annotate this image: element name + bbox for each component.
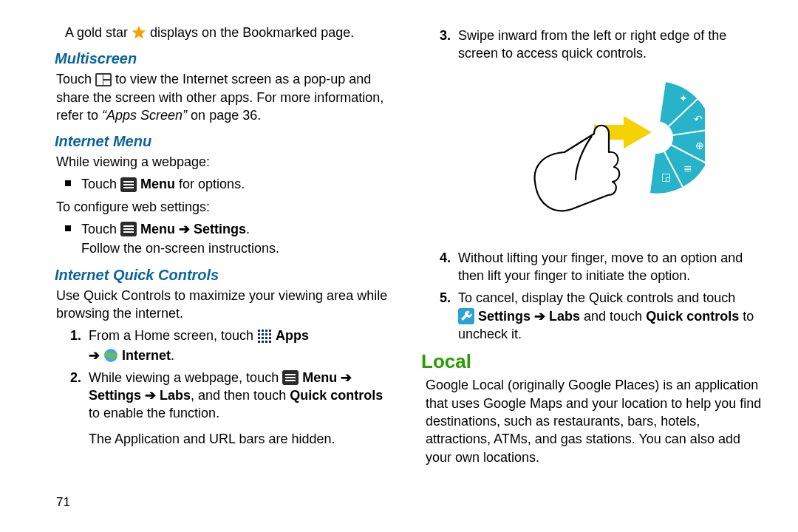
labs-label: ➔ Labs: [145, 388, 191, 403]
svg-rect-31: [285, 374, 296, 375]
step-body: Without lifting your finger, move to an …: [458, 249, 763, 285]
svg-rect-3: [103, 75, 110, 79]
step-number: 5.: [434, 289, 451, 343]
svg-rect-25: [258, 341, 260, 343]
bullet-body: Touch Menu for options.: [81, 175, 245, 193]
svg-rect-32: [285, 377, 296, 378]
step-body: While viewing a webpage, touch Menu ➔ Se…: [89, 369, 393, 448]
text: to enable the function.: [89, 406, 219, 420]
menu-icon: [282, 370, 299, 385]
svg-rect-13: [258, 330, 260, 332]
text: Touch: [56, 72, 95, 86]
heading-internet-menu: Internet Menu: [55, 132, 393, 151]
settings-labs-label: Settings ➔ Labs: [478, 309, 580, 324]
svg-rect-15: [265, 330, 267, 332]
step-number: 3.: [434, 27, 451, 63]
menu-intro: While viewing a webpage:: [56, 153, 393, 171]
quick-controls-figure: ✦ ↶ ⊕ ≣ ◲: [426, 67, 763, 242]
svg-text:◲: ◲: [661, 171, 671, 183]
list-item: 4. Without lifting your finger, move to …: [434, 249, 763, 285]
step-body: Swipe inward from the left or right edge…: [458, 27, 763, 63]
multiscreen-para: Touch to view the Internet screen as a p…: [56, 70, 393, 124]
svg-text:↶: ↶: [694, 113, 703, 125]
bullet-icon: [65, 180, 71, 186]
menu-label: Menu: [140, 177, 175, 191]
menu-icon: [120, 222, 137, 236]
internet-label: Internet: [122, 348, 171, 363]
text: and touch: [584, 309, 646, 324]
qc-subnote: The Application and URL bars are hidden.: [89, 430, 393, 448]
menu-config-intro: To configure web settings:: [56, 198, 393, 216]
text: .: [171, 348, 174, 363]
svg-rect-33: [285, 380, 296, 381]
apps-grid-icon: [257, 329, 272, 344]
text: ➔ Labs: [145, 388, 191, 403]
list-item: 1. From a Home screen, touch Apps: [65, 327, 393, 364]
svg-rect-27: [265, 341, 267, 343]
svg-text:⊕: ⊕: [695, 140, 704, 151]
menu-settings-label: Menu ➔ Settings: [140, 222, 246, 236]
svg-rect-28: [269, 341, 271, 343]
svg-rect-14: [262, 330, 264, 332]
globe-icon: [103, 348, 118, 363]
multiscreen-icon: [95, 73, 112, 86]
svg-rect-21: [258, 337, 260, 339]
text: While viewing a webpage, touch: [89, 370, 282, 385]
list-item: 3. Swipe inward from the left or right e…: [434, 27, 763, 63]
text: From a Home screen, touch: [89, 328, 257, 343]
menu-icon: [120, 177, 137, 192]
svg-text:✦: ✦: [679, 92, 688, 104]
list-item: 5. To cancel, display the Quick controls…: [434, 289, 763, 343]
text: Touch: [81, 222, 120, 236]
text: A gold star: [65, 25, 132, 40]
quick-controls-label: Quick controls: [646, 309, 739, 324]
svg-rect-26: [262, 341, 264, 343]
local-para: Google Local (originally Google Places) …: [426, 376, 763, 466]
svg-rect-8: [123, 187, 134, 188]
text: .: [246, 222, 250, 236]
svg-rect-10: [123, 225, 134, 227]
svg-marker-0: [132, 26, 146, 39]
svg-rect-19: [265, 333, 267, 335]
svg-text:≣: ≣: [683, 162, 692, 174]
svg-rect-4: [103, 81, 110, 85]
step-body: From a Home screen, touch Apps ➔: [89, 327, 393, 364]
text: for options.: [179, 177, 245, 191]
svg-rect-23: [265, 337, 267, 339]
svg-rect-18: [262, 333, 264, 335]
bullet-item: Touch Menu ➔ Settings. Follow the on-scr…: [65, 220, 393, 258]
heading-multiscreen: Multiscreen: [55, 49, 393, 69]
text: To cancel, display the Quick controls an…: [458, 290, 735, 305]
svg-rect-24: [269, 337, 271, 339]
bullet-body: Touch Menu ➔ Settings. Follow the on-scr…: [81, 220, 279, 258]
star-icon: [132, 25, 146, 40]
qc-intro: Use Quick Controls to maximize your view…: [56, 287, 393, 323]
step-number: 1.: [65, 327, 81, 364]
text: displays on the Bookmarked page.: [150, 25, 354, 40]
svg-rect-17: [258, 333, 260, 335]
step-number: 4.: [434, 249, 451, 285]
list-item: 2. While viewing a webpage, touch Menu ➔…: [65, 369, 393, 448]
wrench-icon: [458, 308, 474, 324]
goldstar-line: A gold star displays on the Bookmarked p…: [65, 24, 393, 41]
page-number: 71: [56, 494, 70, 511]
svg-point-40: [641, 121, 673, 154]
heading-local: Local: [421, 349, 763, 375]
text: , and then touch: [191, 388, 290, 403]
svg-rect-16: [269, 330, 271, 332]
heading-quick-controls: Internet Quick Controls: [55, 265, 393, 285]
quick-controls-label: Quick controls: [290, 388, 383, 403]
apps-screen-ref: “Apps Screen”: [102, 108, 187, 123]
step-body: To cancel, display the Quick controls an…: [458, 289, 763, 343]
bullet-item: Touch Menu for options.: [65, 175, 393, 193]
svg-rect-2: [97, 75, 103, 85]
svg-rect-11: [123, 228, 134, 230]
svg-rect-20: [269, 333, 271, 335]
apps-label: Apps: [276, 328, 309, 343]
svg-rect-22: [262, 337, 264, 339]
svg-rect-12: [123, 231, 134, 233]
svg-rect-7: [123, 184, 134, 185]
step-number: 2.: [65, 369, 81, 448]
text: Touch: [81, 177, 120, 191]
bullet-icon: [65, 225, 71, 231]
